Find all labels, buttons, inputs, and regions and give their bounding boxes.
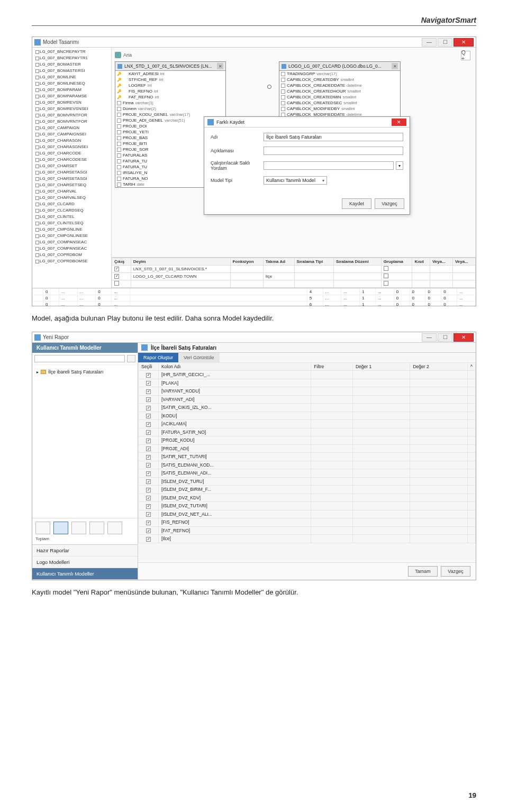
tree-node-label[interactable]: İlçe ibareli Satış Faturaları [48,369,104,375]
tree-item[interactable]: LG_007_CAMPAIGN [34,125,109,131]
procedure-input[interactable] [264,161,394,170]
description-input[interactable] [264,147,403,155]
table-field[interactable]: STFICHE_REFint [115,77,225,83]
tab-view[interactable]: Veri Görüntüle [178,353,220,362]
grid-header[interactable]: Fonksiyon [230,258,263,266]
column-row[interactable]: [VARYANT_ADI] [139,395,476,404]
close-button[interactable]: ✕ [453,38,474,47]
tree-item[interactable]: LG_007_BOMPARAMSE [34,93,109,99]
row-checkbox[interactable] [146,389,151,394]
tab-create[interactable]: Rapor Oluştur [138,353,178,362]
column-row[interactable]: [VARYANT_KODU] [139,387,476,396]
grid-header[interactable]: Sıralama Tipi [294,258,333,266]
row-checkbox[interactable] [146,422,151,427]
tree-item[interactable]: LG_007_BOMPARAM [34,87,109,93]
tree-item[interactable]: LG_007_CHARCODE [34,150,109,157]
row-checkbox[interactable] [146,430,151,435]
name-input[interactable]: İlçe İbareli Satış Faturaları [264,133,403,141]
row-checkbox[interactable] [146,463,151,468]
models-tree[interactable]: ▸ İlçe ibareli Satış Faturaları [32,365,138,518]
grid-header[interactable]: Değer 1 [352,363,410,371]
grid-header[interactable]: Çıkış [112,258,131,266]
relation-node[interactable] [267,85,271,89]
row-checkbox[interactable] [146,512,151,517]
tree-item[interactable]: LG_007_BOMVRNTFOR [34,112,109,118]
layout-thumb[interactable] [35,522,50,534]
table-field[interactable]: CAPIBLOCK_MODIFIEDBYsmallint [279,106,400,112]
tree-item[interactable]: LG_007_COMPANSEAC [34,239,109,245]
layout-thumb[interactable] [71,522,86,534]
table-field[interactable]: Firmavarchar(3) [115,100,225,106]
row-checkbox[interactable] [146,397,151,402]
column-row[interactable]: [FATURA_SATIR_NO] [139,428,476,436]
column-row[interactable]: [ISLEM_DVZ_BIRIM_F... [139,486,476,494]
tree-item[interactable]: LG_007_BOMLINE [34,74,109,80]
minimize-button[interactable]: — [422,333,437,342]
grid-header[interactable]: Seçili [139,363,159,371]
tree-item[interactable]: LG_007_CLCARDSEQ [34,207,109,214]
row-checkbox[interactable] [146,537,151,542]
tree-item[interactable]: LG_007_BOMREVSN [34,99,109,106]
table-field[interactable]: CAPIBLOCK_CREATEDHOURsmallint [279,88,400,94]
grid-header[interactable]: Filtre [311,363,353,371]
filter-input[interactable] [34,355,125,362]
filter-button[interactable] [127,355,135,362]
tree-item[interactable]: LG_007_BOMREVSNSEI [34,106,109,112]
row-checkbox[interactable] [146,496,151,500]
tree-item[interactable]: LG_007_CMPGNLINESE [34,233,109,239]
row-checkbox[interactable] [146,446,151,451]
grid-row[interactable]: LNX_STD_1_007_01_SLSINVOICES.* [112,266,476,273]
maximize-button[interactable]: ☐ [438,38,452,47]
row-checkbox[interactable] [146,479,151,484]
tree-item[interactable]: LG_007_BOMLINESEQ [34,80,109,87]
tree-item[interactable]: LG_007_CLINTELSEQ [34,220,109,226]
grid-header[interactable]: Sıralama Düzeni [333,258,381,266]
table-field[interactable]: Donemvarchar(2) [115,106,225,112]
row-checkbox[interactable] [146,414,151,418]
table-field[interactable]: TRADINGGRPvarchar(17) [279,71,400,77]
column-row[interactable]: [PLAKA] [139,379,476,387]
column-row[interactable]: [SATIS_ELEMANI_ADI... [139,469,476,478]
table-field[interactable]: KAYIT_ADRESIint [115,71,225,77]
column-row[interactable]: [SATIS_ELEMANI_KOD... [139,461,476,469]
dialog-cancel-button[interactable]: Vazgeç [375,198,404,209]
tree-item[interactable]: LG_007_BOMVRNTFOR [34,118,109,125]
row-checkbox[interactable] [146,373,151,378]
grid-header[interactable]: Kolon Adı [159,363,311,371]
column-row[interactable]: [FAT_REFNO] [139,526,476,535]
grid-header[interactable]: Kısıt [412,258,430,266]
ok-button[interactable]: Tamam [408,566,438,577]
row-checkbox[interactable] [146,381,151,386]
grid-header[interactable]: Değer 2 [410,363,468,371]
tree-item[interactable]: LG_007_CHARSETSEQ [34,182,109,188]
close-button[interactable]: ✕ [453,333,474,342]
maximize-button[interactable]: ☐ [438,333,452,342]
column-row[interactable]: [IHR_SATIR_GECICI_... [139,371,476,379]
column-row[interactable]: [ISLEM_DVZ_TURU] [139,477,476,486]
column-row[interactable]: [ACIKLAMA] [139,420,476,428]
tree-item[interactable]: LG_007_CMPGNLINE [34,226,109,233]
column-row[interactable]: [SATIR_CIKIS_IZL_KO... [139,404,476,412]
column-row[interactable]: [ISLEM_DVZ_TUTARI] [139,502,476,510]
table-field[interactable]: CAPIBLOCK_CREADEDDATEdatetime [279,83,400,88]
dialog-close-button[interactable]: ✕ [392,118,406,126]
layout-thumb[interactable] [89,522,104,534]
tree-item[interactable]: LG_007_COPRDBOM [34,252,109,258]
column-row[interactable]: [ISLEM_DVZ_KDV] [139,494,476,502]
column-row[interactable]: [KODU] [139,412,476,420]
tree-item[interactable]: LG_007_CHARSET [34,163,109,169]
menu-item-ready[interactable]: Hazır Raporlar [32,545,138,556]
column-row[interactable]: [SATIR_NET_TUTARI] [139,453,476,461]
tree-item[interactable]: LG_007_CHARVALSEQ [34,195,109,201]
grid-header[interactable]: Deyim [131,258,230,266]
tree-item[interactable]: LG_007_CHARASGNSEI [34,144,109,150]
tree-item[interactable]: LG_007_CHARSETASGI [34,176,109,182]
column-row[interactable]: [PROJE_ADI] [139,444,476,453]
grid-row[interactable]: LOGO_LG_007_CLCARD.TOWNİlçe [112,273,476,280]
model-type-select[interactable]: Kullanıcı Tanımlı Model [264,176,327,185]
layout-thumb-selected[interactable] [53,522,68,534]
layout-thumb[interactable] [107,522,122,534]
tree-item[interactable]: LG_007_CHARASGN [34,138,109,144]
table-field[interactable]: FIS_REFNOint [115,88,225,94]
row-checkbox[interactable] [146,488,151,492]
